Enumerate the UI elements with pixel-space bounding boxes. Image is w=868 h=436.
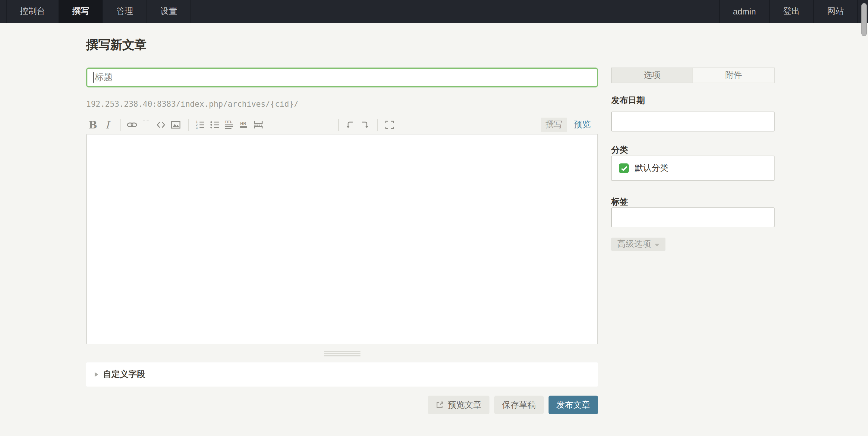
tags-label: 标签 [611,197,628,207]
image-icon [170,120,181,130]
chevron-down-icon [655,243,659,246]
editor-mode-tabs: 撰写 预览 [541,118,591,132]
category-option-label[interactable]: 默认分类 [635,163,669,174]
text-caret [93,72,94,83]
tags-input[interactable] [611,207,775,227]
custom-fields-toggle[interactable]: 自定义字段 [86,362,598,386]
nav-item-settings[interactable]: 设置 [147,0,191,23]
external-link-icon [436,401,444,409]
image-button[interactable] [169,118,182,132]
italic-button[interactable]: I [101,118,114,132]
checkmark-icon [621,166,627,171]
action-buttons-row: 预览文章 保存草稿 发布文章 [86,396,598,414]
toolbar-separator [377,119,378,131]
unordered-list-icon [210,120,219,130]
horizontal-rule-icon: HR [239,120,248,130]
code-icon [156,120,166,130]
horizontal-rule-button[interactable]: HR [237,118,250,132]
save-draft-label: 保存草稿 [502,400,536,410]
category-checkbox-checked[interactable] [619,164,629,173]
custom-fields-label: 自定义字段 [103,369,145,380]
permalink-text: 192.253.238.40:8383/index.php/archives/{… [86,99,299,109]
svg-text:3: 3 [196,126,198,130]
link-button[interactable] [125,118,138,132]
code-button[interactable] [154,118,167,132]
category-label: 分类 [611,145,628,155]
italic-icon: I [105,119,109,131]
nav-item-user-admin[interactable]: admin [719,0,770,23]
undo-button[interactable] [344,118,357,132]
navbar-right-group: admin 登出 网站 [719,0,858,23]
post-title-input[interactable]: 标题 [86,67,598,87]
nav-item-write[interactable]: 撰写 [59,0,103,23]
redo-icon [360,120,370,130]
post-title-placeholder: 标题 [95,72,113,83]
save-draft-button[interactable]: 保存草稿 [494,396,544,414]
bold-button[interactable]: B [86,118,99,132]
fullscreen-button[interactable] [383,118,396,132]
page-break-icon [253,120,263,130]
fullscreen-icon [384,120,395,130]
publish-date-label: 发布日期 [611,95,645,106]
unordered-list-button[interactable] [208,118,221,132]
bold-icon: B [89,119,97,131]
preview-article-button[interactable]: 预览文章 [428,396,490,414]
tab-preview-mode[interactable]: 预览 [574,119,591,130]
toolbar-separator [120,119,121,131]
blockquote-icon: “ [142,121,151,129]
page-title: 撰写新文章 [86,37,147,52]
content-editor[interactable] [86,134,598,344]
heading-button[interactable]: TITL [222,118,236,132]
editor-toolbar: B I “ [86,118,598,132]
nav-item-console[interactable]: 控制台 [6,0,59,23]
heading-icon: TITL [224,120,234,130]
ordered-list-button[interactable]: 1 2 3 [193,118,207,132]
toolbar-separator [338,119,339,131]
ordered-list-icon: 1 2 3 [195,120,205,130]
top-navbar: 控制台 撰写 管理 设置 admin 登出 网站 [0,0,868,23]
undo-icon [345,120,355,130]
link-icon [127,120,137,130]
editor-resize-handle[interactable] [86,350,598,357]
preview-article-label: 预览文章 [448,400,482,410]
navbar-left-group: 控制台 撰写 管理 设置 [6,0,191,23]
nav-item-manage[interactable]: 管理 [103,0,147,23]
category-list: 默认分类 [611,155,775,181]
nav-item-logout[interactable]: 登出 [770,0,814,23]
publish-date-input[interactable] [611,112,775,132]
advanced-options-label: 高级选项 [617,239,651,250]
publish-article-button[interactable]: 发布文章 [549,396,598,414]
page-break-button[interactable] [251,118,265,132]
blockquote-button[interactable]: “ [140,118,153,132]
typecho-admin-write-page: 控制台 撰写 管理 设置 admin 登出 网站 撰写新文章 标题 192.25… [0,0,868,436]
tab-write-mode[interactable]: 撰写 [541,118,567,132]
toolbar-separator [188,119,189,131]
svg-text:HR: HR [240,121,246,126]
tab-options[interactable]: 选项 [611,67,692,83]
nav-item-site[interactable]: 网站 [814,0,858,23]
publish-article-label: 发布文章 [556,400,590,410]
sidebar-tabs: 选项 附件 [611,67,775,83]
advanced-options-button[interactable]: 高级选项 [611,238,665,251]
svg-text:TITL: TITL [225,120,232,124]
redo-button[interactable] [358,118,371,132]
tab-attachments[interactable]: 附件 [692,67,775,83]
scrollbar-thumb[interactable] [861,3,867,36]
expand-arrow-icon [95,372,98,377]
